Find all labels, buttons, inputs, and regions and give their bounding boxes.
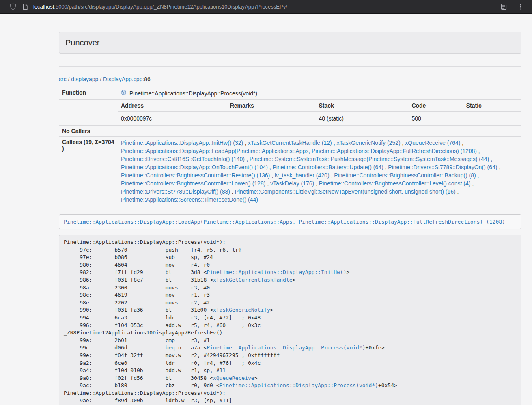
code-symbol-link[interactable]: xTaskGetCurrentTaskHandle <box>213 277 293 283</box>
callee-link[interactable]: Pinetime::Controllers::Battery::Update()… <box>273 164 383 170</box>
col-remarks: Remarks <box>227 100 316 112</box>
callee-separator: , <box>476 172 479 179</box>
callee-separator: , <box>470 180 474 187</box>
callee-separator: , <box>330 172 334 179</box>
shield-icon[interactable] <box>9 3 17 11</box>
selected-callee-box: Pinetime::Applications::DisplayApp::Load… <box>59 214 521 229</box>
callee-separator: , <box>243 140 248 146</box>
function-cell: Pinetime::Applications::DisplayApp::Proc… <box>121 89 518 97</box>
breadcrumb-separator: / <box>67 76 71 82</box>
callee-separator: , <box>401 140 405 146</box>
code-value: 500 <box>408 112 463 126</box>
callee-link[interactable]: xQueueReceive (764) <box>405 140 460 146</box>
function-row: Function Pinetime::Applications::Display… <box>59 87 521 100</box>
callee-link[interactable]: vTaskDelay (176) <box>270 180 314 187</box>
callee-separator: , <box>230 188 235 195</box>
callee-separator: , <box>477 148 480 154</box>
callees-label: Callees (19, Σ=3704 ) <box>59 137 118 206</box>
callee-link[interactable]: Pinetime::Controllers::BrightnessControl… <box>121 172 270 179</box>
toolbar-right-icons <box>500 3 525 11</box>
app-header-panel: Puncover <box>59 32 521 54</box>
callee-link[interactable]: Pinetime::Components::LittleVgl::SetNewT… <box>235 188 456 195</box>
details-row: Address Remarks Stack Code Static 0x0000… <box>59 100 521 126</box>
col-code: Code <box>408 100 463 112</box>
code-symbol-link[interactable]: xTaskGenericNotify <box>213 307 270 313</box>
callee-link[interactable]: Pinetime::System::SystemTask::PushMessag… <box>250 156 489 162</box>
symbol-table: Function Pinetime::Applications::Display… <box>59 87 521 206</box>
callee-separator: , <box>460 140 463 146</box>
no-callers-row: No Callers <box>59 126 521 137</box>
code-symbol-link[interactable]: xQueueReceive <box>213 375 254 381</box>
address-value: 0x0000097c <box>118 112 227 126</box>
static-value <box>463 112 521 126</box>
callee-separator: , <box>489 156 492 162</box>
callee-separator: , <box>245 156 250 162</box>
selected-callee-link[interactable]: Pinetime::Applications::DisplayApp::Load… <box>64 219 505 225</box>
breadcrumb: src / displayapp / DisplayApp.cpp:86 <box>59 75 521 83</box>
callee-separator: , <box>314 180 319 187</box>
breadcrumb-line-number: 86 <box>144 76 151 82</box>
browser-toolbar: localhost:5000/path/src/displayapp/Displ… <box>0 0 532 14</box>
callee-separator: , <box>332 140 337 146</box>
page-content: Puncover src / displayapp / DisplayApp.c… <box>59 14 521 405</box>
url-host: localhost <box>33 4 54 10</box>
callees-cell: Pinetime::Applications::DisplayApp::Init… <box>118 137 521 206</box>
code-symbol-link[interactable]: Pinetime::Applications::DisplayApp::Proc… <box>220 382 378 388</box>
function-name: Pinetime::Applications::DisplayApp::Proc… <box>129 89 257 97</box>
col-static: Static <box>463 100 521 112</box>
col-address: Address <box>118 100 227 112</box>
callees-row: Callees (19, Σ=3704 ) Pinetime::Applicat… <box>59 137 521 206</box>
callee-link[interactable]: Pinetime::Drivers::St7789::DisplayOn() (… <box>388 164 497 170</box>
callers-cell <box>118 126 521 137</box>
details-row-label <box>59 100 118 126</box>
callee-separator: , <box>270 172 275 179</box>
callee-separator: , <box>456 188 459 195</box>
callee-separator: , <box>498 164 501 170</box>
callee-link[interactable]: Pinetime::Applications::DisplayApp::Init… <box>121 140 243 146</box>
callee-link[interactable]: lv_task_handler (420) <box>275 172 330 179</box>
callee-link[interactable]: Pinetime::Applications::DisplayApp::OnTo… <box>121 164 268 170</box>
page-info-icon[interactable] <box>21 3 29 11</box>
function-row-label: Function <box>59 87 118 100</box>
divider <box>59 66 521 67</box>
code-symbol-link[interactable]: Pinetime::Applications::DisplayApp::Init… <box>207 269 346 275</box>
callee-separator: , <box>268 164 273 170</box>
breadcrumb-link[interactable]: DisplayApp.cpp: <box>103 76 144 82</box>
stack-value: 40 (static) <box>316 112 409 126</box>
app-title: Puncover <box>65 38 515 47</box>
callee-link[interactable]: Pinetime::Controllers::BrightnessControl… <box>334 172 476 179</box>
symbol-details-table: Address Remarks Stack Code Static 0x0000… <box>118 100 521 125</box>
disassembly-block: Pinetime::Applications::DisplayApp::Proc… <box>59 235 521 405</box>
callee-separator: , <box>265 180 270 187</box>
callee-link[interactable]: Pinetime::Applications::DisplayApp::Load… <box>121 148 477 154</box>
callee-link[interactable]: xTaskGenericNotify (252) <box>336 140 400 146</box>
callee-separator: , <box>383 164 388 170</box>
reader-mode-icon[interactable] <box>500 3 508 11</box>
breadcrumb-link[interactable]: displayapp <box>71 76 98 82</box>
col-stack: Stack <box>316 100 409 112</box>
callee-link[interactable]: Pinetime::Applications::Screens::Timer::… <box>121 196 258 203</box>
callee-link[interactable]: Pinetime::Controllers::BrightnessControl… <box>121 180 265 187</box>
function-icon <box>121 89 127 97</box>
callee-link[interactable]: Pinetime::Controllers::BrightnessControl… <box>319 180 470 187</box>
code-symbol-link[interactable]: Pinetime::Applications::DisplayApp::Proc… <box>207 345 365 351</box>
url-path: :5000/path/src/displayapp/DisplayApp.cpp… <box>54 4 287 10</box>
callee-link[interactable]: xTaskGetCurrentTaskHandle (12) <box>248 140 332 146</box>
details-value-row: 0x0000097c 40 (static) 500 <box>118 112 521 126</box>
remarks-value <box>227 112 316 126</box>
kebab-menu-icon[interactable] <box>517 3 525 11</box>
callee-link[interactable]: Pinetime::Drivers::St7789::DisplayOff() … <box>121 188 230 195</box>
breadcrumb-link[interactable]: src <box>59 76 67 82</box>
no-callers-label: No Callers <box>59 126 118 137</box>
callee-link[interactable]: Pinetime::Drivers::Cst816S::GetTouchInfo… <box>121 156 245 162</box>
url-bar[interactable]: localhost:5000/path/src/displayapp/Displ… <box>33 4 500 10</box>
breadcrumb-separator: / <box>98 76 103 82</box>
details-header-row: Address Remarks Stack Code Static <box>118 100 521 112</box>
